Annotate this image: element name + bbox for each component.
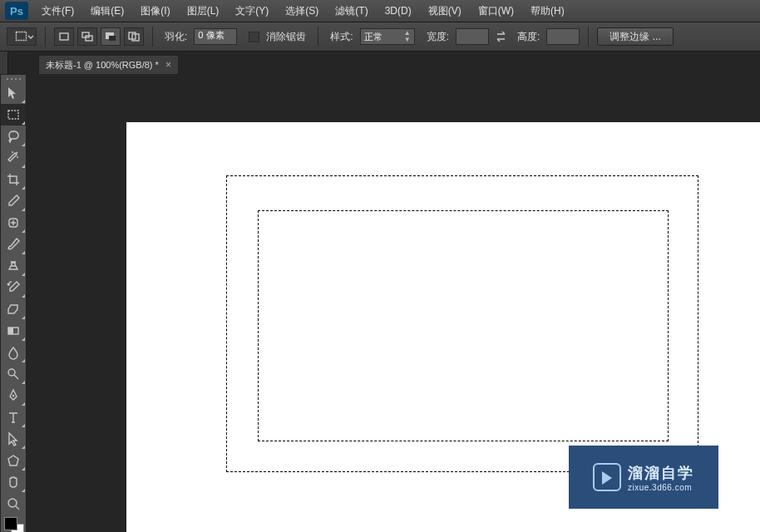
- menu-image[interactable]: 图像(I): [132, 0, 178, 22]
- tool-rect-marquee[interactable]: [1, 104, 26, 126]
- svg-point-13: [12, 395, 14, 397]
- feather-label: 羽化:: [165, 30, 187, 44]
- toolbox-grip[interactable]: [1, 75, 26, 82]
- svg-rect-1: [60, 33, 68, 40]
- close-icon[interactable]: ×: [165, 59, 171, 71]
- app-logo: Ps: [5, 2, 28, 20]
- play-icon: [593, 463, 621, 491]
- mode-new[interactable]: [54, 27, 74, 46]
- refine-edge-button[interactable]: 调整边缘 ...: [597, 27, 673, 46]
- tool-eyedropper[interactable]: [1, 190, 26, 212]
- antialias-label: 消除锯齿: [266, 30, 306, 44]
- height-label: 高度:: [517, 30, 540, 44]
- chevron-down-icon: ▲▼: [404, 30, 411, 43]
- selection-inner: [258, 210, 669, 441]
- document-tab[interactable]: 未标题-1 @ 100%(RGB/8) * ×: [38, 55, 179, 74]
- watermark-line2: zixue.3d66.com: [628, 483, 692, 492]
- height-input[interactable]: [546, 28, 580, 45]
- tool-pen[interactable]: [1, 385, 26, 406]
- menu-layer[interactable]: 图层(L): [179, 0, 228, 22]
- tool-type[interactable]: [1, 406, 26, 428]
- divider: [318, 27, 318, 47]
- tool-magic-wand[interactable]: [1, 147, 26, 169]
- divider: [45, 27, 46, 47]
- svg-point-15: [8, 499, 17, 507]
- menu-type[interactable]: 文字(Y): [227, 0, 277, 22]
- tool-brush[interactable]: [1, 234, 26, 255]
- document-tab-area: 未标题-1 @ 100%(RGB/8) * ×: [0, 52, 760, 74]
- document-title: 未标题-1 @ 100%(RGB/8) *: [46, 59, 159, 71]
- menu-bar: Ps 文件(F) 编辑(E) 图像(I) 图层(L) 文字(Y) 选择(S) 滤…: [0, 0, 760, 22]
- panel-strip[interactable]: [0, 52, 8, 74]
- mode-add[interactable]: [77, 27, 97, 46]
- tool-dodge[interactable]: [1, 363, 26, 385]
- tool-zoom[interactable]: [1, 493, 26, 515]
- style-value: 正常: [364, 31, 382, 43]
- svg-rect-5: [109, 36, 116, 41]
- antialias-checkbox[interactable]: 消除锯齿: [249, 30, 309, 44]
- watermark-text: 溜溜自学 zixue.3d66.com: [628, 463, 694, 492]
- selection-mode-group: [54, 27, 144, 46]
- tool-history-brush[interactable]: [1, 277, 26, 298]
- current-tool-preset[interactable]: [7, 27, 37, 46]
- watermark-line1: 溜溜自学: [628, 463, 694, 483]
- menu-file[interactable]: 文件(F): [33, 0, 82, 22]
- tool-blur[interactable]: [1, 342, 26, 363]
- color-swatches[interactable]: [1, 515, 26, 532]
- tool-move[interactable]: [1, 82, 26, 104]
- checkbox-icon: [249, 32, 259, 42]
- divider: [588, 27, 589, 47]
- options-bar: 羽化: 0 像素 消除锯齿 样式: 正常 ▲▼ 宽度: 高度: 调整边缘 ...: [0, 22, 760, 52]
- svg-point-12: [8, 369, 15, 376]
- watermark-overlay: 溜溜自学 zixue.3d66.com: [569, 446, 718, 509]
- mode-intersect[interactable]: [124, 27, 144, 46]
- width-input[interactable]: [456, 28, 489, 45]
- tool-crop[interactable]: [1, 169, 26, 190]
- swap-dimensions-icon[interactable]: [492, 28, 511, 45]
- tool-path-select[interactable]: [1, 428, 26, 450]
- divider: [152, 27, 153, 47]
- feather-input[interactable]: 0 像素: [194, 28, 237, 45]
- menu-help[interactable]: 帮助(H): [522, 0, 573, 22]
- tool-lasso[interactable]: [1, 126, 26, 147]
- menu-view[interactable]: 视图(V): [420, 0, 470, 22]
- menu-window[interactable]: 窗口(W): [470, 0, 522, 22]
- width-label: 宽度:: [427, 30, 449, 44]
- menu-edit[interactable]: 编辑(E): [82, 0, 132, 22]
- style-select[interactable]: 正常 ▲▼: [360, 28, 415, 45]
- style-label: 样式:: [330, 30, 353, 44]
- menu-filter[interactable]: 滤镜(T): [327, 0, 376, 22]
- tool-gradient[interactable]: [1, 320, 26, 342]
- tool-healing-brush[interactable]: [1, 212, 26, 234]
- svg-rect-11: [8, 328, 13, 334]
- tool-clone-stamp[interactable]: [1, 255, 26, 277]
- tool-hand[interactable]: [1, 471, 26, 493]
- tool-eraser[interactable]: [1, 298, 26, 320]
- svg-rect-8: [8, 111, 18, 119]
- foreground-color-swatch[interactable]: [4, 517, 17, 530]
- svg-rect-0: [17, 32, 27, 41]
- tool-shape[interactable]: [1, 450, 26, 471]
- menu-3d[interactable]: 3D(D): [377, 0, 420, 22]
- svg-marker-14: [8, 456, 18, 466]
- menu-select[interactable]: 选择(S): [277, 0, 327, 22]
- mode-subtract[interactable]: [101, 27, 121, 46]
- toolbox: [0, 74, 27, 532]
